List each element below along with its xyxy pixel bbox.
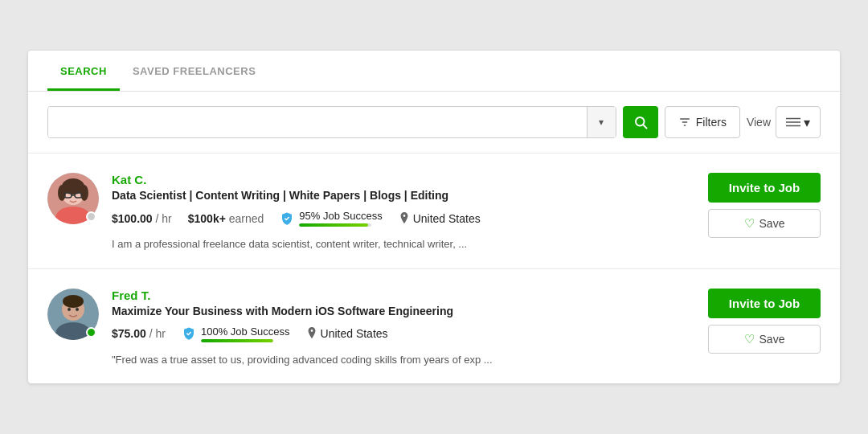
freelancer-desc-kat: I am a professional freelance data scien… <box>112 236 695 252</box>
freelancer-desc-fred: "Fred was a true asset to us, providing … <box>112 352 695 368</box>
search-go-button[interactable] <box>623 106 658 138</box>
location-icon <box>399 212 410 225</box>
freelancer-rate-fred: $75.00 / hr <box>112 327 166 340</box>
location-fred: United States <box>306 327 388 340</box>
view-toggle-button[interactable]: ▾ <box>776 106 821 138</box>
job-success-bar-fred <box>201 339 273 342</box>
job-success-text-kat: 95% Job Success <box>299 210 382 222</box>
freelancer-info-fred: Fred T. Maximize Your Business with Mode… <box>112 289 695 368</box>
search-dropdown-button[interactable]: ▾ <box>587 107 616 137</box>
save-button-kat[interactable]: ♡ Save <box>708 209 821 238</box>
svg-point-20 <box>63 295 84 308</box>
heart-icon: ♡ <box>744 332 755 346</box>
job-success-fill-kat <box>299 223 368 227</box>
freelancer-rate-kat: $100.00 / hr <box>112 212 172 225</box>
shield-icon <box>182 326 196 341</box>
freelancer-card-kat: Kat C. Data Scientist | Content Writing … <box>28 154 840 269</box>
chevron-down-icon: ▾ <box>599 117 604 128</box>
search-input-wrapper: ▾ <box>47 106 616 138</box>
freelancer-title-fred: Maximize Your Business with Modern iOS S… <box>112 305 695 317</box>
freelancer-card-fred: Fred T. Maximize Your Business with Mode… <box>28 269 840 384</box>
tab-search[interactable]: SEARCH <box>47 51 120 91</box>
tabs-bar: SEARCH SAVED FREELANCERS <box>28 51 840 92</box>
shield-icon <box>280 211 294 226</box>
save-button-fred[interactable]: ♡ Save <box>708 325 821 354</box>
search-input[interactable] <box>48 107 587 137</box>
freelancer-meta-fred: $75.00 / hr 100% Job Success <box>112 326 695 342</box>
location-icon <box>306 327 317 340</box>
tab-saved-freelancers[interactable]: SAVED FREELANCERS <box>120 51 268 91</box>
freelancer-actions-fred: Invite to Job ♡ Save <box>708 289 821 354</box>
job-success-text-fred: 100% Job Success <box>201 326 290 338</box>
avatar-wrapper-kat <box>47 173 99 224</box>
freelancer-title-kat: Data Scientist | Content Writing | White… <box>112 189 695 202</box>
job-success-kat: 95% Job Success <box>280 210 382 227</box>
view-area: View ▾ <box>747 106 821 138</box>
view-label: View <box>747 116 771 129</box>
freelancer-earned-kat: $100k+ earned <box>188 212 264 225</box>
status-dot-kat <box>86 211 96 222</box>
freelancer-actions-kat: Invite to Job ♡ Save <box>708 173 821 238</box>
svg-point-22 <box>76 308 79 311</box>
job-success-fred: 100% Job Success <box>182 326 290 342</box>
invite-to-job-button-fred[interactable]: Invite to Job <box>708 289 821 318</box>
freelancer-list: Kat C. Data Scientist | Content Writing … <box>28 154 840 383</box>
location-kat: United States <box>399 212 481 225</box>
freelancer-meta-kat: $100.00 / hr $100k+ earned 95% Job Succe… <box>112 210 695 227</box>
freelancer-name-fred[interactable]: Fred T. <box>112 289 695 302</box>
freelancer-name-kat[interactable]: Kat C. <box>112 173 695 186</box>
list-view-icon <box>786 116 800 129</box>
search-area: ▾ Filters View <box>28 92 840 154</box>
status-dot-fred <box>86 327 96 338</box>
job-success-fill-fred <box>201 339 273 342</box>
svg-line-1 <box>643 125 646 128</box>
main-container: SEARCH SAVED FREELANCERS ▾ Filters Vi <box>28 51 840 383</box>
search-icon <box>633 115 648 129</box>
avatar-wrapper-fred <box>47 289 99 340</box>
freelancer-info-kat: Kat C. Data Scientist | Content Writing … <box>112 173 695 252</box>
filters-label: Filters <box>696 116 727 129</box>
chevron-down-icon: ▾ <box>804 115 810 130</box>
heart-icon: ♡ <box>744 216 755 231</box>
invite-to-job-button-kat[interactable]: Invite to Job <box>708 173 821 203</box>
filters-icon <box>678 116 691 129</box>
svg-point-21 <box>68 308 71 311</box>
filters-button[interactable]: Filters <box>665 106 740 138</box>
job-success-bar-kat <box>299 223 371 227</box>
